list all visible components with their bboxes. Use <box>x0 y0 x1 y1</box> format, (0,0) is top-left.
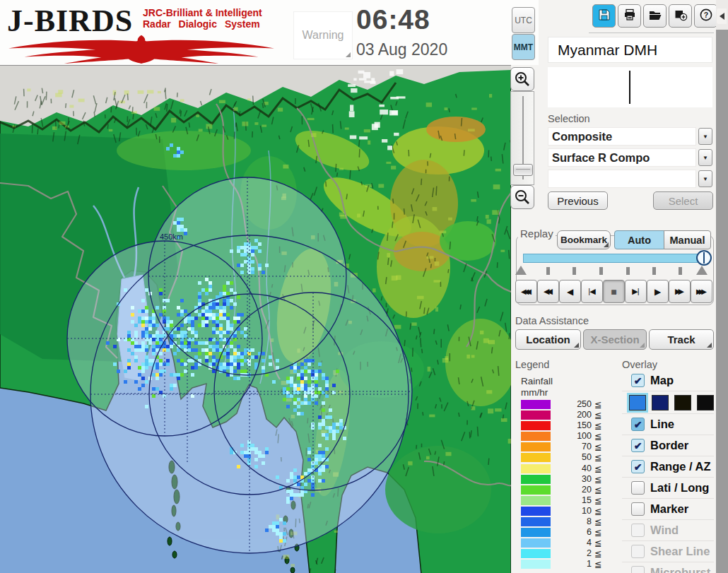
message-box[interactable] <box>548 67 712 107</box>
overlay-checkbox[interactable]: ✔ <box>631 439 645 452</box>
zoom-in-icon <box>514 71 531 88</box>
fast-forward-button[interactable]: ▶▶ <box>669 280 691 303</box>
overlay-checkbox <box>631 545 645 558</box>
overlay-checkbox[interactable]: ✔ <box>631 418 645 431</box>
legend-value: 15 <box>555 495 592 505</box>
add-image-button[interactable] <box>669 4 692 28</box>
legend-row: 15≦ <box>521 495 606 506</box>
stop-button[interactable]: ■ <box>603 280 625 303</box>
replay-progress-bar[interactable] <box>523 254 708 263</box>
warning-button[interactable]: Warning <box>293 11 353 59</box>
selection-dropdown-extra[interactable] <box>548 170 696 188</box>
jump-end-button[interactable]: ▶▶▶ <box>691 280 712 303</box>
track-button[interactable]: Track <box>649 329 714 350</box>
select-button[interactable]: Select <box>653 191 713 210</box>
location-button[interactable]: Location <box>515 329 581 350</box>
legend-color-swatch <box>521 453 551 462</box>
panel-collapse-button[interactable] <box>717 8 727 24</box>
legend-color-swatch <box>521 432 551 441</box>
utc-button[interactable]: UTC <box>512 7 535 33</box>
overlay-row-lati-long: Lati / Long <box>622 478 714 499</box>
open-button[interactable] <box>643 4 667 28</box>
zoom-slider-handle[interactable] <box>513 164 533 176</box>
checkmark-icon: ✔ <box>634 375 642 386</box>
legend-value: 150 <box>555 420 592 430</box>
replay-auto-button[interactable]: Auto <box>614 230 664 249</box>
legend-comparator: ≦ <box>594 559 601 569</box>
selection-dropdown-product[interactable]: Surface R Compo <box>548 148 696 167</box>
replay-range-start-marker[interactable] <box>515 266 527 275</box>
jbirds-app: J-BIRDS JRC-Brilliant & Intelligent Rada… <box>0 0 728 573</box>
play-backward-button[interactable]: ◀ <box>559 280 581 303</box>
dropdown-arrow-product[interactable]: ▼ <box>698 149 712 166</box>
map-zoom-slider[interactable] <box>510 91 534 185</box>
toolbar: ? <box>592 4 717 28</box>
x-section-button[interactable]: X-Section <box>583 329 647 350</box>
overlay-item-label: Range / AZ <box>650 460 711 473</box>
legend-row: 150≦ <box>521 420 606 431</box>
overlay-item-label: Microburst <box>650 566 710 573</box>
fast-rewind-icon: ◀◀ <box>544 287 550 296</box>
checkmark-icon: ✔ <box>634 461 642 473</box>
overlay-item-label: Line <box>650 418 674 431</box>
dropdown-arrow-extra[interactable]: ▼ <box>698 170 712 187</box>
map-zoom-in-button[interactable] <box>510 67 534 91</box>
replay-tick <box>652 267 656 275</box>
radar-map[interactable]: 450km <box>0 65 511 573</box>
overlay-item-label: Lati / Long <box>650 481 709 495</box>
replay-label: Replay <box>518 228 556 240</box>
legend-comparator: ≦ <box>594 495 601 506</box>
play-forward-icon: ▶ <box>654 287 661 297</box>
step-forward-button[interactable]: ▶| <box>625 280 647 303</box>
legend-value: 1 <box>555 559 592 569</box>
jump-start-button[interactable]: ◀◀◀ <box>515 280 537 303</box>
overlay-checkbox[interactable]: ✔ <box>631 460 645 473</box>
overlay-item-label: Map <box>650 374 674 387</box>
selection-dropdown-category[interactable]: Composite <box>548 127 696 146</box>
fast-rewind-button[interactable]: ◀◀ <box>537 280 559 303</box>
step-backward-button[interactable]: |◀ <box>581 280 603 303</box>
play-forward-button[interactable]: ▶ <box>647 280 669 303</box>
overlay-checkbox[interactable] <box>631 502 645 516</box>
menu-corner-icon <box>574 343 579 348</box>
data-assistance-label: Data Assistance <box>515 315 589 326</box>
help-button[interactable]: ? <box>694 4 717 28</box>
replay-manual-button[interactable]: Manual <box>664 230 711 249</box>
map-style-navy-darkgreen[interactable] <box>652 395 669 410</box>
overlay-checkbox[interactable]: ✔ <box>631 374 645 387</box>
replay-range-end-marker[interactable] <box>696 266 708 275</box>
map-style-black-gray[interactable] <box>697 395 714 410</box>
map-style-black-olive[interactable] <box>674 395 691 410</box>
print-button[interactable] <box>618 4 641 28</box>
bookmark-button[interactable]: Bookmark <box>557 230 611 249</box>
clock-time: 06:48 <box>356 4 430 35</box>
selection-label: Selection <box>548 113 590 124</box>
overlay-item-label: Marker <box>650 502 688 516</box>
overlay-checkbox <box>631 566 645 573</box>
replay-transport-controls: ◀◀◀◀◀◀|◀■▶|▶▶▶▶▶▶ <box>515 280 712 303</box>
dropdown-arrow-category[interactable]: ▼ <box>698 128 712 145</box>
legend-row: 200≦ <box>521 410 606 420</box>
overlay-row-microburst: Microburst <box>622 562 714 573</box>
previous-button[interactable]: Previous <box>548 191 608 210</box>
play-backward-icon: ◀ <box>567 287 573 297</box>
overlay-label: Overlay <box>622 359 657 370</box>
legend-color-swatch <box>521 496 551 505</box>
legend-row: 40≦ <box>521 463 606 474</box>
overlay-item-label: Shear Line <box>650 545 710 558</box>
legend-label: Legend <box>515 359 549 370</box>
save-button[interactable] <box>592 4 616 28</box>
map-style-blue-green[interactable] <box>629 395 646 410</box>
replay-slider-handle[interactable] <box>696 250 712 266</box>
legend-value: 2 <box>555 548 592 558</box>
overlay-checkbox[interactable] <box>631 481 645 495</box>
printer-icon <box>623 8 637 25</box>
legend-heading-rainfall: Rainfall <box>521 376 553 386</box>
legend-color-swatch <box>521 475 551 484</box>
mmt-button[interactable]: MMT <box>512 34 535 60</box>
map-zoom-out-button[interactable] <box>510 185 534 209</box>
legend-row: 10≦ <box>521 506 606 516</box>
help-icon: ? <box>699 8 713 25</box>
logo-subtitle-line1: JRC-Brilliant & Intelligent <box>143 7 262 18</box>
overlay-row-map: ✔Map <box>622 370 714 391</box>
